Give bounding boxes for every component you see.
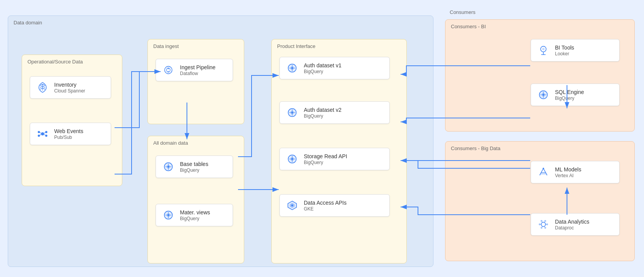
dataproc-icon — [536, 217, 550, 231]
dataflow-icon — [161, 63, 175, 77]
base-tables-text: Base tables BigQuery — [180, 161, 208, 173]
bigquery-icon-base — [161, 160, 175, 174]
svg-line-7 — [40, 135, 41, 135]
all-domain-label: All domain data — [153, 140, 188, 146]
mater-views-sub: BigQuery — [180, 216, 210, 221]
cloud-spanner-icon — [36, 80, 50, 94]
svg-line-53 — [542, 222, 543, 223]
ml-models-card[interactable]: ML Models Vertex AI — [531, 161, 620, 183]
data-access-name: Data Access APIs — [304, 199, 347, 206]
svg-point-44 — [541, 222, 545, 226]
svg-line-56 — [544, 226, 545, 227]
auth-v2-sub: BigQuery — [304, 113, 341, 119]
svg-point-5 — [45, 135, 48, 137]
data-access-card[interactable]: Data Access APIs GKE — [279, 194, 390, 217]
storage-read-name: Storage Read API — [304, 153, 347, 160]
data-analytics-card[interactable]: Data Analytics Dataproc — [531, 213, 620, 236]
sql-engine-card[interactable]: SQL Engine BigQuery — [531, 84, 620, 106]
bigquery-icon-sql — [536, 88, 550, 102]
svg-point-42 — [543, 94, 545, 96]
auth-v2-card[interactable]: Auth dataset v2 BigQuery — [279, 101, 390, 124]
ingest-pipeline-text: Ingest Pipeline Dataflow — [180, 64, 216, 76]
base-tables-name: Base tables — [180, 161, 208, 168]
svg-point-30 — [291, 158, 293, 160]
bi-tools-sub: Looker — [555, 51, 574, 56]
auth-v1-sub: BigQuery — [304, 69, 341, 74]
bigquery-icon-auth1 — [285, 61, 299, 75]
svg-point-36 — [542, 48, 545, 50]
web-events-name: Web Events — [54, 128, 83, 135]
mater-views-name: Mater. views — [180, 209, 210, 216]
storage-read-card[interactable]: Storage Read API BigQuery — [279, 148, 390, 170]
inventory-name: Inventory — [54, 81, 85, 88]
operational-zone: Operational/Source Data Inventory Cloud … — [22, 55, 122, 186]
svg-point-14 — [168, 166, 170, 168]
domain-data-zone: All domain data Base tables BigQuery — [147, 136, 244, 263]
auth-v1-name: Auth dataset v1 — [304, 62, 341, 69]
svg-point-22 — [291, 67, 293, 69]
web-events-card[interactable]: Web Events Pub/Sub — [30, 123, 111, 145]
svg-point-47 — [541, 220, 543, 222]
web-events-sub: Pub/Sub — [54, 135, 83, 140]
ingest-pipeline-name: Ingest Pipeline — [180, 64, 216, 71]
base-tables-sub: BigQuery — [180, 168, 208, 173]
sql-engine-sub: BigQuery — [555, 96, 584, 101]
gke-icon — [285, 198, 299, 212]
data-analytics-name: Data Analytics — [555, 218, 589, 225]
auth-v1-text: Auth dataset v1 BigQuery — [304, 62, 341, 74]
ingest-pipeline-sub: Dataflow — [180, 71, 216, 76]
svg-point-2 — [38, 131, 40, 133]
bi-tools-text: BI Tools Looker — [555, 44, 574, 56]
product-interface-zone: Product Interface Auth dataset v1 BigQue… — [271, 39, 407, 263]
svg-point-34 — [291, 205, 293, 207]
svg-line-9 — [44, 135, 45, 135]
bigquery-icon-auth2 — [285, 106, 299, 120]
looker-icon — [536, 43, 550, 57]
auth-v2-text: Auth dataset v2 BigQuery — [304, 106, 341, 119]
data-ingest-label: Data ingest — [153, 43, 179, 49]
inventory-card[interactable]: Inventory Cloud Spanner — [30, 76, 111, 99]
svg-point-26 — [291, 112, 293, 114]
storage-read-sub: BigQuery — [304, 160, 347, 165]
ml-models-sub: Vertex AI — [555, 173, 581, 178]
svg-point-4 — [45, 131, 48, 133]
inventory-text: Inventory Cloud Spanner — [54, 81, 85, 94]
bigquery-icon-mater — [161, 208, 175, 222]
data-analytics-sub: Dataproc — [555, 225, 589, 231]
diagram-container: Data domain Operational/Source Data Inve… — [0, 0, 644, 277]
svg-point-46 — [546, 224, 548, 226]
svg-line-6 — [40, 133, 41, 133]
data-domain-zone: Data domain Operational/Source Data Inve… — [8, 15, 433, 267]
svg-line-55 — [542, 226, 543, 227]
data-analytics-text: Data Analytics Dataproc — [555, 218, 589, 231]
consumers-bi-label: Consumers - BI — [451, 24, 486, 29]
data-ingest-zone: Data ingest Ingest Pipeline Dataflow — [147, 39, 244, 124]
ingest-pipeline-card[interactable]: Ingest Pipeline Dataflow — [156, 59, 233, 81]
bi-tools-name: BI Tools — [555, 44, 574, 51]
data-access-sub: GKE — [304, 206, 347, 212]
svg-point-48 — [544, 220, 546, 222]
svg-point-18 — [168, 214, 170, 216]
bigquery-icon-storage — [285, 152, 299, 166]
svg-point-50 — [544, 227, 546, 229]
consumers-bigdata-label: Consumers - Big Data — [451, 145, 500, 151]
svg-point-49 — [541, 227, 543, 229]
auth-v2-name: Auth dataset v2 — [304, 106, 341, 113]
ml-models-text: ML Models Vertex AI — [555, 166, 581, 178]
mater-views-card[interactable]: Mater. views BigQuery — [156, 204, 233, 226]
auth-v1-card[interactable]: Auth dataset v1 BigQuery — [279, 57, 390, 79]
svg-line-8 — [44, 133, 45, 133]
sql-engine-name: SQL Engine — [555, 89, 584, 96]
base-tables-card[interactable]: Base tables BigQuery — [156, 156, 233, 178]
consumers-label: Consumers — [450, 9, 475, 15]
vertex-ai-icon — [536, 165, 550, 179]
bi-tools-card[interactable]: BI Tools Looker — [531, 39, 620, 62]
product-interface-label: Product Interface — [277, 43, 315, 49]
consumers-bi-zone: Consumers - BI BI Tools Looker — [445, 19, 635, 132]
svg-point-1 — [41, 132, 44, 135]
data-access-text: Data Access APIs GKE — [304, 199, 347, 212]
svg-point-45 — [539, 224, 541, 226]
storage-read-text: Storage Read API BigQuery — [304, 153, 347, 165]
operational-label: Operational/Source Data — [27, 59, 83, 65]
svg-line-54 — [544, 222, 545, 223]
